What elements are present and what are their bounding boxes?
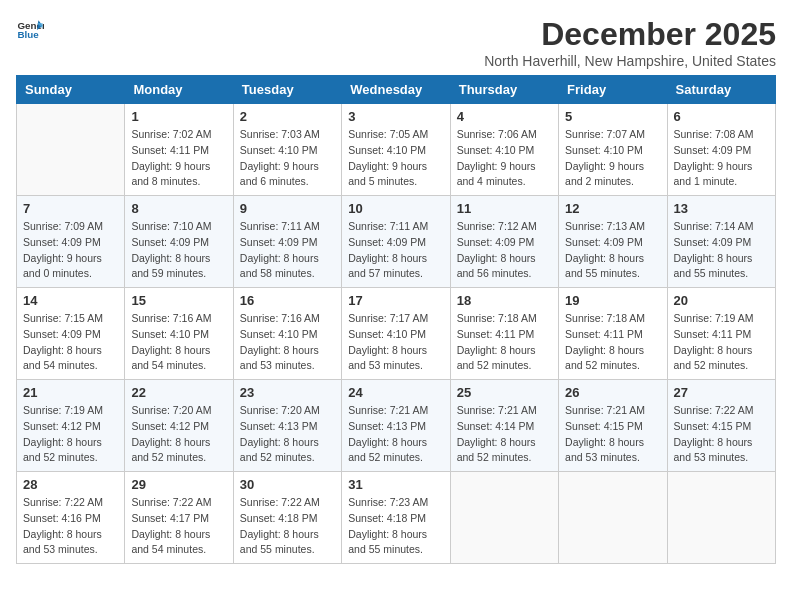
day-number: 23 [240,385,335,400]
logo: General Blue [16,16,44,44]
calendar-cell: 22Sunrise: 7:20 AMSunset: 4:12 PMDayligh… [125,380,233,472]
day-number: 12 [565,201,660,216]
week-row-1: 1Sunrise: 7:02 AMSunset: 4:11 PMDaylight… [17,104,776,196]
week-row-4: 21Sunrise: 7:19 AMSunset: 4:12 PMDayligh… [17,380,776,472]
calendar-cell: 11Sunrise: 7:12 AMSunset: 4:09 PMDayligh… [450,196,558,288]
day-number: 11 [457,201,552,216]
weekday-header-wednesday: Wednesday [342,76,450,104]
weekday-header-friday: Friday [559,76,667,104]
calendar-cell: 15Sunrise: 7:16 AMSunset: 4:10 PMDayligh… [125,288,233,380]
day-detail: Sunrise: 7:21 AMSunset: 4:15 PMDaylight:… [565,403,660,466]
day-number: 3 [348,109,443,124]
header: General Blue December 2025 North Haverhi… [16,16,776,69]
weekday-header-row: SundayMondayTuesdayWednesdayThursdayFrid… [17,76,776,104]
day-detail: Sunrise: 7:17 AMSunset: 4:10 PMDaylight:… [348,311,443,374]
day-detail: Sunrise: 7:15 AMSunset: 4:09 PMDaylight:… [23,311,118,374]
day-number: 14 [23,293,118,308]
day-detail: Sunrise: 7:20 AMSunset: 4:13 PMDaylight:… [240,403,335,466]
title-area: December 2025 North Haverhill, New Hamps… [484,16,776,69]
day-detail: Sunrise: 7:18 AMSunset: 4:11 PMDaylight:… [565,311,660,374]
calendar-cell [17,104,125,196]
calendar-cell: 25Sunrise: 7:21 AMSunset: 4:14 PMDayligh… [450,380,558,472]
day-number: 26 [565,385,660,400]
calendar-cell: 26Sunrise: 7:21 AMSunset: 4:15 PMDayligh… [559,380,667,472]
day-number: 1 [131,109,226,124]
day-number: 15 [131,293,226,308]
calendar-cell: 19Sunrise: 7:18 AMSunset: 4:11 PMDayligh… [559,288,667,380]
calendar-cell: 7Sunrise: 7:09 AMSunset: 4:09 PMDaylight… [17,196,125,288]
day-detail: Sunrise: 7:23 AMSunset: 4:18 PMDaylight:… [348,495,443,558]
day-number: 27 [674,385,769,400]
day-number: 13 [674,201,769,216]
calendar-cell: 6Sunrise: 7:08 AMSunset: 4:09 PMDaylight… [667,104,775,196]
day-number: 22 [131,385,226,400]
day-number: 9 [240,201,335,216]
calendar-cell: 2Sunrise: 7:03 AMSunset: 4:10 PMDaylight… [233,104,341,196]
calendar-cell: 10Sunrise: 7:11 AMSunset: 4:09 PMDayligh… [342,196,450,288]
day-number: 31 [348,477,443,492]
day-detail: Sunrise: 7:16 AMSunset: 4:10 PMDaylight:… [240,311,335,374]
calendar-cell: 17Sunrise: 7:17 AMSunset: 4:10 PMDayligh… [342,288,450,380]
day-detail: Sunrise: 7:14 AMSunset: 4:09 PMDaylight:… [674,219,769,282]
day-detail: Sunrise: 7:19 AMSunset: 4:11 PMDaylight:… [674,311,769,374]
day-number: 18 [457,293,552,308]
week-row-2: 7Sunrise: 7:09 AMSunset: 4:09 PMDaylight… [17,196,776,288]
day-number: 16 [240,293,335,308]
day-detail: Sunrise: 7:09 AMSunset: 4:09 PMDaylight:… [23,219,118,282]
calendar-cell: 21Sunrise: 7:19 AMSunset: 4:12 PMDayligh… [17,380,125,472]
calendar-cell [450,472,558,564]
calendar-cell: 4Sunrise: 7:06 AMSunset: 4:10 PMDaylight… [450,104,558,196]
calendar-cell: 16Sunrise: 7:16 AMSunset: 4:10 PMDayligh… [233,288,341,380]
calendar-cell [559,472,667,564]
day-detail: Sunrise: 7:22 AMSunset: 4:15 PMDaylight:… [674,403,769,466]
day-detail: Sunrise: 7:13 AMSunset: 4:09 PMDaylight:… [565,219,660,282]
calendar-cell: 24Sunrise: 7:21 AMSunset: 4:13 PMDayligh… [342,380,450,472]
location-title: North Haverhill, New Hampshire, United S… [484,53,776,69]
calendar-cell: 8Sunrise: 7:10 AMSunset: 4:09 PMDaylight… [125,196,233,288]
day-number: 7 [23,201,118,216]
weekday-header-monday: Monday [125,76,233,104]
day-detail: Sunrise: 7:22 AMSunset: 4:17 PMDaylight:… [131,495,226,558]
calendar-cell: 28Sunrise: 7:22 AMSunset: 4:16 PMDayligh… [17,472,125,564]
calendar-cell: 13Sunrise: 7:14 AMSunset: 4:09 PMDayligh… [667,196,775,288]
calendar-cell: 3Sunrise: 7:05 AMSunset: 4:10 PMDaylight… [342,104,450,196]
day-detail: Sunrise: 7:22 AMSunset: 4:18 PMDaylight:… [240,495,335,558]
day-number: 10 [348,201,443,216]
calendar-cell: 1Sunrise: 7:02 AMSunset: 4:11 PMDaylight… [125,104,233,196]
calendar-cell: 20Sunrise: 7:19 AMSunset: 4:11 PMDayligh… [667,288,775,380]
day-number: 19 [565,293,660,308]
day-detail: Sunrise: 7:11 AMSunset: 4:09 PMDaylight:… [348,219,443,282]
day-detail: Sunrise: 7:02 AMSunset: 4:11 PMDaylight:… [131,127,226,190]
day-detail: Sunrise: 7:21 AMSunset: 4:14 PMDaylight:… [457,403,552,466]
day-detail: Sunrise: 7:03 AMSunset: 4:10 PMDaylight:… [240,127,335,190]
day-detail: Sunrise: 7:21 AMSunset: 4:13 PMDaylight:… [348,403,443,466]
day-number: 21 [23,385,118,400]
month-title: December 2025 [484,16,776,53]
day-detail: Sunrise: 7:19 AMSunset: 4:12 PMDaylight:… [23,403,118,466]
day-detail: Sunrise: 7:11 AMSunset: 4:09 PMDaylight:… [240,219,335,282]
calendar-cell [667,472,775,564]
day-detail: Sunrise: 7:08 AMSunset: 4:09 PMDaylight:… [674,127,769,190]
weekday-header-sunday: Sunday [17,76,125,104]
day-detail: Sunrise: 7:06 AMSunset: 4:10 PMDaylight:… [457,127,552,190]
day-number: 8 [131,201,226,216]
weekday-header-saturday: Saturday [667,76,775,104]
calendar-cell: 31Sunrise: 7:23 AMSunset: 4:18 PMDayligh… [342,472,450,564]
day-detail: Sunrise: 7:12 AMSunset: 4:09 PMDaylight:… [457,219,552,282]
calendar-cell: 12Sunrise: 7:13 AMSunset: 4:09 PMDayligh… [559,196,667,288]
calendar-cell: 14Sunrise: 7:15 AMSunset: 4:09 PMDayligh… [17,288,125,380]
calendar: SundayMondayTuesdayWednesdayThursdayFrid… [16,75,776,564]
day-detail: Sunrise: 7:07 AMSunset: 4:10 PMDaylight:… [565,127,660,190]
day-number: 2 [240,109,335,124]
day-detail: Sunrise: 7:16 AMSunset: 4:10 PMDaylight:… [131,311,226,374]
day-detail: Sunrise: 7:18 AMSunset: 4:11 PMDaylight:… [457,311,552,374]
week-row-3: 14Sunrise: 7:15 AMSunset: 4:09 PMDayligh… [17,288,776,380]
day-number: 29 [131,477,226,492]
day-number: 4 [457,109,552,124]
week-row-5: 28Sunrise: 7:22 AMSunset: 4:16 PMDayligh… [17,472,776,564]
weekday-header-tuesday: Tuesday [233,76,341,104]
day-detail: Sunrise: 7:22 AMSunset: 4:16 PMDaylight:… [23,495,118,558]
day-detail: Sunrise: 7:05 AMSunset: 4:10 PMDaylight:… [348,127,443,190]
calendar-cell: 29Sunrise: 7:22 AMSunset: 4:17 PMDayligh… [125,472,233,564]
day-number: 5 [565,109,660,124]
